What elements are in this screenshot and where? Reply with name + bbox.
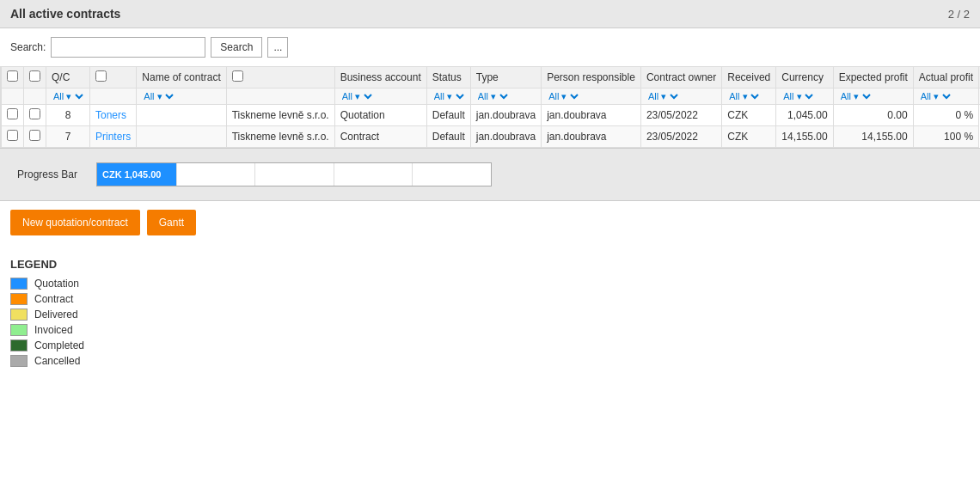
- legend-item: Cancelled: [10, 355, 970, 367]
- th-cb2: [24, 67, 46, 89]
- th-status: Status: [426, 67, 470, 89]
- legend-color-box: [10, 355, 28, 367]
- legend-item: Completed: [10, 339, 970, 351]
- th-type: Type: [470, 67, 541, 89]
- progress-bar-section: Progress Bar CZK 1,045.00: [0, 148, 980, 201]
- row-status: Quotation: [334, 105, 426, 126]
- legend-item-label: Invoiced: [34, 324, 73, 336]
- legend-color-box: [10, 339, 28, 351]
- row-checkbox[interactable]: [7, 130, 18, 141]
- search-input[interactable]: [51, 37, 205, 58]
- legend-item: Invoiced: [10, 324, 970, 336]
- progress-bar-row: Progress Bar CZK 1,045.00: [17, 162, 963, 186]
- legend-item: Delivered: [10, 309, 970, 321]
- table-row[interactable]: 7 Printers Tiskneme levně s.r.o. Contrac…: [1, 126, 981, 148]
- legend-color-box: [10, 293, 28, 305]
- row-person: jan.doubrava: [470, 105, 541, 126]
- contracts-table-container: Q/C Name of contract Business account St…: [0, 66, 980, 148]
- row-business: Tiskneme levně s.r.o.: [226, 126, 334, 148]
- th-cb1: [2, 67, 24, 89]
- filter-status[interactable]: All ▾: [431, 90, 467, 102]
- filter-owner[interactable]: All ▾: [645, 90, 681, 102]
- filter-received[interactable]: All ▾: [726, 90, 762, 102]
- new-quotation-button[interactable]: New quotation/contract: [10, 210, 140, 235]
- select-all-cb3[interactable]: [95, 70, 107, 82]
- th-business: Business account: [334, 67, 426, 89]
- row-checkbox[interactable]: [7, 108, 18, 119]
- row-cb: [137, 105, 226, 126]
- row-name: Toners: [90, 105, 137, 126]
- filter-business[interactable]: All ▾: [339, 90, 375, 102]
- row-owner: jan.doubrava: [542, 126, 641, 148]
- row-expected: 1,045.00: [776, 105, 833, 126]
- record-count: 2 / 2: [948, 8, 970, 21]
- select-all-cb4[interactable]: [232, 70, 243, 82]
- progress-bar-seg2: [176, 163, 255, 186]
- row-currency: CZK: [722, 126, 776, 148]
- search-button[interactable]: Search: [211, 37, 262, 58]
- table-row[interactable]: 8 Toners Tiskneme levně s.r.o. Quotation…: [1, 105, 981, 126]
- th-cb3: [90, 67, 137, 89]
- th-actual: Actual profit: [913, 67, 978, 89]
- search-label: Search:: [10, 41, 46, 53]
- legend-color-box: [10, 278, 28, 290]
- row-type: Default: [426, 105, 470, 126]
- filter-qc[interactable]: All ▾: [50, 90, 86, 102]
- gantt-button[interactable]: Gantt: [147, 210, 196, 235]
- select-all-cb2[interactable]: [29, 70, 40, 82]
- filter-currency[interactable]: All ▾: [780, 90, 816, 102]
- legend-item-label: Delivered: [34, 309, 78, 321]
- th-person: Person responsible: [542, 67, 641, 89]
- page-title: All active contracts: [10, 7, 120, 21]
- row-name: Printers: [90, 126, 137, 148]
- table-filter-row: All ▾ All ▾ All ▾ All ▾ All ▾ All ▾ All …: [1, 89, 981, 105]
- search-more-button[interactable]: ...: [267, 37, 288, 58]
- filter-person[interactable]: All ▾: [545, 90, 581, 102]
- legend-title: LEGEND: [10, 258, 970, 271]
- legend-color-box: [10, 309, 28, 321]
- legend-item-label: Cancelled: [34, 355, 80, 367]
- filter-type[interactable]: All ▾: [475, 90, 511, 102]
- legend-item-label: Contract: [34, 293, 73, 305]
- filter-actual[interactable]: All ▾: [917, 90, 953, 102]
- th-owner: Contract owner: [640, 67, 721, 89]
- action-buttons: New quotation/contract Gantt: [0, 201, 980, 244]
- select-all-cb1[interactable]: [7, 70, 18, 82]
- legend-section: LEGEND Quotation Contract Delivered Invo…: [0, 244, 980, 384]
- row-actual: 0.00: [833, 105, 913, 126]
- legend-items: Quotation Contract Delivered Invoiced Co…: [10, 278, 970, 367]
- row-business: Tiskneme levně s.r.o.: [226, 105, 334, 126]
- progress-bar-fill: CZK 1,045.00: [97, 163, 176, 186]
- progress-bar-seg5: [412, 163, 491, 186]
- progress-bar-seg4: [334, 163, 413, 186]
- row-cb: [137, 126, 226, 148]
- legend-item-label: Quotation: [34, 278, 79, 290]
- row-actualpct: 0 %: [913, 105, 978, 126]
- row-received: 23/05/2022: [640, 126, 721, 148]
- legend-item: Contract: [10, 293, 970, 305]
- th-received: Received: [722, 67, 776, 89]
- th-cb4: [226, 67, 334, 89]
- page-header: All active contracts 2 / 2: [0, 0, 980, 28]
- row-type: Default: [426, 126, 470, 148]
- row-received: 23/05/2022: [640, 105, 721, 126]
- progress-bar-seg3: [254, 163, 334, 186]
- progress-bar-track: CZK 1,045.00: [96, 162, 492, 186]
- row-qc-checkbox[interactable]: [29, 108, 40, 119]
- th-name: Name of contract: [137, 67, 226, 89]
- filter-expected[interactable]: All ▾: [837, 90, 873, 102]
- table-header-row: Q/C Name of contract Business account St…: [1, 67, 981, 89]
- row-num: 7: [46, 126, 90, 148]
- row-currency: CZK: [722, 105, 776, 126]
- row-qc-checkbox[interactable]: [29, 130, 40, 141]
- filter-name[interactable]: All ▾: [140, 90, 176, 102]
- row-status: Contract: [334, 126, 426, 148]
- th-expected: Expected profit: [833, 67, 913, 89]
- row-owner: jan.doubrava: [542, 105, 641, 126]
- contracts-table: Q/C Name of contract Business account St…: [0, 66, 980, 148]
- legend-color-box: [10, 324, 28, 336]
- search-bar: Search: Search ...: [0, 28, 980, 66]
- th-currency: Currency: [776, 67, 833, 89]
- th-qc: Q/C: [46, 67, 90, 89]
- row-expected: 14,155.00: [776, 126, 833, 148]
